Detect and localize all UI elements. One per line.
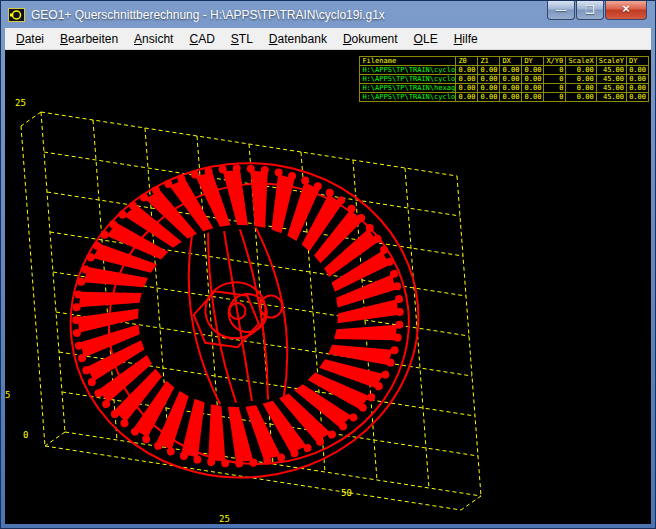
menu-item-stl[interactable]: STL [223,28,261,49]
table-header-row: FilenameZ0Z1DXDYX/Y0ScaleXScaleYDY [360,57,649,66]
axis-labels: 25502550 [5,98,352,524]
menu-item-cad[interactable]: CAD [181,28,222,49]
cell-value: 0.00 [522,75,544,84]
cell-value: 0.00 [627,66,649,75]
svg-text:25: 25 [15,98,26,108]
cell-value: 45.00 [596,66,626,75]
app-window: GEO1+ Querschnittberechnung - H:\APPS\TP… [0,0,656,529]
gear-drawing [55,146,434,495]
cell-value: 0.00 [500,84,522,93]
cell-value: 0.00 [566,93,596,102]
cell-value: 0.00 [566,66,596,75]
table-row: H:\APPS\TP\TRAIN\cycloring.ger0.000.000.… [360,93,649,102]
col-header-dy: DY [627,57,649,66]
cell-value: 0 [544,66,566,75]
cell-value: 0.00 [566,75,596,84]
col-header-x-y0: X/Y0 [544,57,566,66]
cell-value: 0.00 [478,84,500,93]
col-header-scalex: ScaleX [566,57,596,66]
cell-value: 45.00 [596,75,626,84]
cad-viewport[interactable]: 25502550 FilenameZ0Z1DXDYX/Y0ScaleXScale… [5,50,651,524]
menu-item-bearbeiten[interactable]: Bearbeiten [52,28,126,49]
menu-item-datenbank[interactable]: Datenbank [261,28,335,49]
window-controls: — ❑ × [547,1,647,20]
col-header-scaley: ScaleY [596,57,626,66]
minimize-button[interactable]: — [547,1,575,20]
cell-value: 0.00 [500,93,522,102]
menu-item-datei[interactable]: Datei [8,28,52,49]
cad-canvas[interactable]: 25502550 [5,50,651,524]
col-header-dy: DY [522,57,544,66]
cell-value: 0.00 [456,93,478,102]
cell-value: 0.00 [478,75,500,84]
col-header-z1: Z1 [478,57,500,66]
cell-value: 0.00 [522,66,544,75]
cell-filename: H:\APPS\TP\TRAIN\cyclodisk.ger [360,75,456,84]
col-header-filename: Filename [360,57,456,66]
cell-value: 0.00 [456,75,478,84]
cell-filename: H:\APPS\TP\TRAIN\cycloring.ger [360,93,456,102]
table-row: H:\APPS\TP\TRAIN\cyclodisk.ger0.000.000.… [360,75,649,84]
cell-value: 0.00 [627,93,649,102]
cell-value: 0.00 [627,75,649,84]
cell-value: 45.00 [596,93,626,102]
cell-value: 0.00 [522,93,544,102]
cell-value: 0 [544,75,566,84]
cell-value: 0.00 [566,84,596,93]
close-button[interactable]: × [605,1,647,20]
maximize-button[interactable]: ❑ [576,1,604,20]
overlay-table: FilenameZ0Z1DXDYX/Y0ScaleXScaleYDYH:\APP… [359,56,649,102]
cell-value: 45.00 [596,84,626,93]
col-header-z0: Z0 [456,57,478,66]
col-header-dx: DX [500,57,522,66]
cell-value: 0 [544,84,566,93]
cell-value: 0.00 [627,84,649,93]
table-row: H:\APPS\TP\TRAIN\hexagon.ger0.000.000.00… [360,84,649,93]
svg-text:25: 25 [219,514,230,524]
cell-value: 0.00 [522,84,544,93]
client-area: DateiBearbeitenAnsichtCADSTLDatenbankDok… [5,28,651,524]
cell-value: 0.00 [500,66,522,75]
svg-text:5: 5 [5,390,10,400]
title-bar[interactable]: GEO1+ Querschnittberechnung - H:\APPS\TP… [1,1,655,28]
cell-value: 0 [544,93,566,102]
menu-bar: DateiBearbeitenAnsichtCADSTLDatenbankDok… [5,28,651,50]
svg-text:0: 0 [23,430,28,440]
menu-item-ole[interactable]: OLE [406,28,446,49]
window-title: GEO1+ Querschnittberechnung - H:\APPS\TP… [31,8,541,22]
menu-item-dokument[interactable]: Dokument [335,28,406,49]
cell-value: 0.00 [456,66,478,75]
cell-value: 0.00 [456,84,478,93]
table-row: H:\APPS\TP\TRAIN\cycloid92.ger0.000.000.… [360,66,649,75]
cell-filename: H:\APPS\TP\TRAIN\cycloid92.ger [360,66,456,75]
menu-item-hilfe[interactable]: Hilfe [446,28,486,49]
app-icon[interactable] [8,7,25,23]
cell-filename: H:\APPS\TP\TRAIN\hexagon.ger [360,84,456,93]
cell-value: 0.00 [500,75,522,84]
menu-item-ansicht[interactable]: Ansicht [126,28,181,49]
svg-text:50: 50 [341,488,352,498]
cell-value: 0.00 [478,93,500,102]
cell-value: 0.00 [478,66,500,75]
